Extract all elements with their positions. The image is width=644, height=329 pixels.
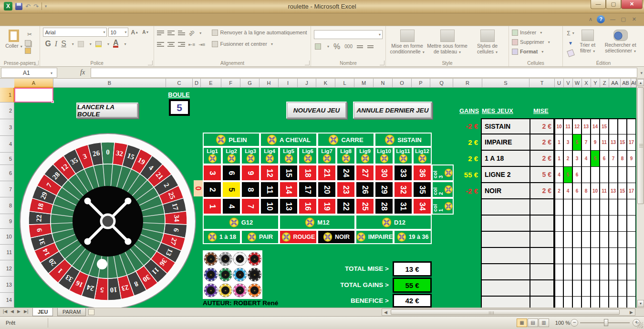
column-header-w[interactable]: W [573,79,582,88]
row-header-3[interactable]: 3 [0,119,14,136]
row-header-10[interactable]: 10 [0,229,14,245]
column-header-r[interactable]: R [453,79,482,88]
column-header-y[interactable]: Y [591,79,600,88]
column-header-p[interactable]: P [412,79,430,88]
workbook-minimize-icon[interactable]: — [610,16,615,22]
bet-lig-5[interactable]: Lig5 [279,147,298,164]
bet-zero[interactable]: 0 [194,180,203,196]
format-as-table-button[interactable]: Mettre sous forme de tableau▾ [426,28,469,59]
insert-function-icon[interactable]: fx [80,69,85,76]
bet-number-25[interactable]: 25 [355,198,374,215]
bet-lig-11[interactable]: Lig11 [394,147,413,164]
percent-style-icon[interactable]: % [333,42,340,51]
minimize-button[interactable]: — [591,0,606,9]
name-box[interactable]: A1 [1,68,57,78]
insert-sheet-icon[interactable] [88,309,94,315]
column-header-h[interactable]: H [260,79,279,88]
scroll-up-icon[interactable]: ▲ [637,79,644,86]
column-header-a[interactable]: A [14,79,53,88]
scroll-down-icon[interactable]: ▼ [637,300,644,307]
bet-number-27[interactable]: 27 [355,164,374,181]
fill-color-icon[interactable] [95,41,102,47]
align-center-icon[interactable] [167,42,175,47]
bet-header-a-cheval[interactable]: A CHEVAL [260,133,317,147]
bet-lig-12[interactable]: Lig12 [413,147,432,164]
row-header-1[interactable]: 1 [0,88,14,103]
row-header-7[interactable]: 7 [0,181,14,197]
column-header-k[interactable]: K [316,79,335,88]
bet-lig-7[interactable]: Lig7 [317,147,336,164]
next-sheet-icon[interactable]: ▶ [17,309,21,314]
bet-outside-impaire[interactable]: IMPAIRE [355,230,394,244]
close-button[interactable]: ✕ [621,0,643,9]
column-header-l[interactable]: L [335,79,354,88]
bet-number-3[interactable]: 3 [203,164,222,181]
nouveau-jeu-button[interactable]: NOUVEAU JEU [286,102,347,119]
column-header-ab[interactable]: AB [621,79,631,88]
vertical-scrollbar[interactable]: ▲ ▼ [636,79,644,308]
bet-lig-4[interactable]: Lig4 [260,147,279,164]
bet-number-20[interactable]: 20 [317,181,336,198]
grow-font-icon[interactable]: A▲ [130,28,139,37]
bet-number-34[interactable]: 34 [413,198,432,215]
number-dialog-launcher[interactable] [380,61,384,65]
bet-number-12[interactable]: 12 [260,164,279,181]
bet-lig-6[interactable]: Lig6 [298,147,317,164]
horizontal-scroll-thumb[interactable] [391,309,620,315]
row-header-12[interactable]: 12 [0,260,14,277]
column-header-g[interactable]: G [240,79,260,88]
delete-cells-button[interactable]: Supprimer▾ [512,37,560,47]
font-size-select[interactable]: 10▾ [108,28,128,37]
prev-sheet-icon[interactable]: ◀ [10,309,14,314]
bet-lig-3[interactable]: Lig3 [241,147,260,164]
bet-number-14[interactable]: 14 [279,181,298,198]
paste-button[interactable]: Coller▾ [3,28,25,54]
hscroll-left-icon[interactable]: ◀ [384,310,387,315]
column-header-x[interactable]: X [582,79,591,88]
column-header-q[interactable]: Q [430,79,453,88]
bet-number-17[interactable]: 17 [298,181,317,198]
bet-dozen-m12[interactable]: M12 [279,215,355,230]
column-header-m[interactable]: M [354,79,374,88]
bet-dozen-d12[interactable]: D12 [355,215,432,230]
shrink-font-icon[interactable]: A▼ [141,28,150,37]
bet-lig-2[interactable]: Lig2 [222,147,241,164]
font-name-select[interactable]: Arial▾ [43,28,107,37]
bet-number-15[interactable]: 15 [279,164,298,181]
last-sheet-icon[interactable]: ▶| [24,309,28,314]
column-header-c[interactable]: C [166,79,193,88]
copy-icon[interactable] [25,40,31,46]
maximize-button[interactable]: ▢ [606,0,621,9]
row-header-9[interactable]: 9 [0,214,14,229]
bet-number-35[interactable]: 35 [413,181,432,198]
row-header-13[interactable]: 13 [0,277,14,293]
bet-number-13[interactable]: 13 [279,198,298,215]
orientation-icon[interactable]: ab [187,29,196,37]
insert-cells-button[interactable]: Insérer▾ [512,28,560,37]
bet-number-18[interactable]: 18 [298,164,317,181]
bold-icon[interactable]: G [45,40,51,48]
collapse-ribbon-icon[interactable]: ∧ [589,16,592,22]
conditional-formatting-button[interactable]: Mise en forme conditionnelle▾ [389,28,426,59]
bet-number-2[interactable]: 2 [203,181,222,198]
bet-lig-8[interactable]: Lig8 [336,147,355,164]
horizontal-scrollbar[interactable]: ◀ ▶ [382,308,635,316]
row-header-6[interactable]: 6 [0,165,14,181]
column-header-b[interactable]: B [53,79,166,88]
bet-lig-1[interactable]: Lig1 [203,147,222,164]
bet-outside-pair[interactable]: PAIR [241,230,279,244]
workbook-restore-icon[interactable]: ▢ [621,16,626,22]
cell-styles-button[interactable]: Styles de cellules▾ [469,28,506,59]
bet-number-22[interactable]: 22 [336,198,355,215]
vertical-scroll-thumb[interactable] [637,87,644,204]
bet-number-29[interactable]: 29 [374,181,394,198]
underline-icon[interactable]: S [61,40,66,48]
help-icon[interactable]: ? [597,15,605,23]
column-header-f[interactable]: F [221,79,240,88]
zoom-level[interactable]: 100 % [555,320,570,326]
align-bottom-icon[interactable] [178,31,185,35]
column-header-e[interactable]: E [201,79,221,88]
align-left-icon[interactable] [157,42,164,47]
bet-header-sistain[interactable]: SISTAIN [374,133,432,147]
bet-number-19[interactable]: 19 [317,198,336,215]
